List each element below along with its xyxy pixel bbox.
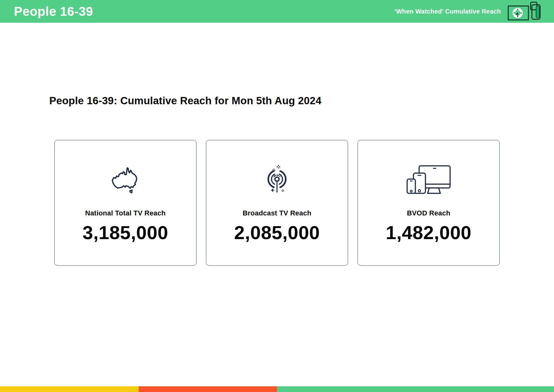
footer-segment-red (139, 386, 277, 392)
footer-color-bar (0, 386, 554, 392)
report-mode-label: ‘When Watched’ Cumulative Reach (394, 8, 501, 15)
card-value: 2,085,000 (234, 222, 320, 244)
card-national-total-tv-reach: National Total TV Reach 3,185,000 (54, 140, 196, 266)
header: People 16-39 ‘When Watched’ Cumulative R… (0, 0, 554, 23)
main-content: People 16-39: Cumulative Reach for Mon 5… (0, 95, 554, 266)
broadcast-antenna-icon (262, 165, 292, 195)
card-label: BVOD Reach (407, 209, 450, 217)
footer-segment-green (277, 386, 554, 392)
tv-clock-icon (508, 6, 528, 20)
card-bvod-reach: BVOD Reach 1,482,000 (358, 140, 500, 266)
dashboard-page: People 16-39 ‘When Watched’ Cumulative R… (0, 0, 554, 392)
reach-cards-row: National Total TV Reach 3,185,000 (54, 140, 500, 266)
card-broadcast-tv-reach: Broadcast TV Reach 2,085,000 (206, 140, 348, 266)
australia-map-icon (109, 165, 142, 195)
devices-icon (406, 165, 451, 195)
phone-icon (531, 2, 540, 19)
header-right-group: ‘When Watched’ Cumulative Reach (394, 1, 541, 21)
card-label: Broadcast TV Reach (243, 209, 311, 217)
report-title: People 16-39: Cumulative Reach for Mon 5… (49, 95, 500, 107)
when-watched-logo[interactable] (507, 1, 541, 21)
card-value: 1,482,000 (386, 222, 471, 244)
footer-segment-yellow (0, 386, 139, 392)
card-label: National Total TV Reach (85, 209, 166, 217)
audience-title: People 16-39 (14, 4, 93, 19)
card-value: 3,185,000 (82, 222, 168, 244)
